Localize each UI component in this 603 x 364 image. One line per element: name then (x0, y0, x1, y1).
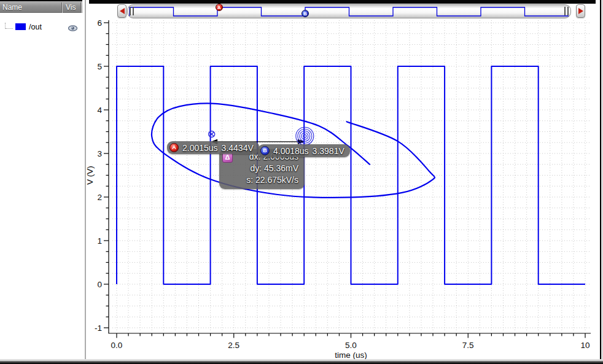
svg-text:5: 5 (97, 62, 102, 71)
signal-sidebar: Name Vis /out (0, 0, 82, 364)
overview-scroll-right-button[interactable] (576, 4, 585, 18)
overview-resize-handle-left[interactable] (130, 7, 134, 15)
svg-text:0.0: 0.0 (111, 341, 123, 350)
svg-text:10: 10 (580, 341, 589, 350)
svg-text:6: 6 (97, 18, 102, 28)
svg-text:3: 3 (97, 149, 102, 158)
marker-a-value: 3.4434V (222, 143, 254, 153)
delta-dy: dy: 45.36mV (222, 163, 298, 174)
waveform-viewer-window: { "sidebar": { "header": { "name": "Name… (0, 0, 603, 364)
svg-text:5.0: 5.0 (345, 341, 357, 350)
overview-marker-a-badge[interactable]: A (216, 4, 223, 11)
svg-text:-1: -1 (95, 323, 102, 333)
overview-scroll-left-button[interactable] (117, 4, 126, 18)
x-axis-title: time (us) (335, 350, 367, 360)
marker-a-time: 2.0015us (182, 143, 218, 153)
marker-b-badge-icon: B (260, 146, 270, 155)
column-header-vis[interactable]: Vis (66, 2, 76, 14)
column-header-name[interactable]: Name (2, 2, 22, 14)
visibility-eye-icon[interactable] (68, 25, 78, 32)
marker-a-badge-icon: A (169, 143, 179, 152)
overview-marker-b-badge[interactable]: B (302, 10, 309, 17)
marker-a-label[interactable]: A 2.0015us 3.4434V (167, 141, 259, 154)
sidebar-header: Name Vis (0, 0, 82, 13)
signal-name[interactable]: /out (29, 23, 42, 31)
svg-text:7.5: 7.5 (462, 341, 474, 350)
svg-text:0: 0 (97, 280, 102, 289)
axis-tick-labels: -101234560.02.55.07.510 (95, 18, 590, 350)
column-divider[interactable] (61, 2, 62, 13)
svg-text:1: 1 (97, 236, 102, 246)
axes (104, 20, 591, 338)
trace-color-swatch (15, 23, 26, 30)
marker-a-point (209, 131, 215, 137)
overview-scrollbar-thumb[interactable] (127, 4, 571, 18)
svg-text:4: 4 (97, 106, 102, 115)
window-right-edge (600, 0, 603, 364)
left-arrow-icon (120, 8, 125, 14)
tree-branch-glyph (6, 28, 13, 29)
right-arrow-icon (578, 8, 583, 14)
svg-text:2: 2 (97, 193, 102, 202)
overview-resize-handle-right[interactable] (564, 7, 569, 15)
y-axis-title: V (V) (85, 166, 95, 185)
marker-b-value: 3.3981V (313, 146, 344, 156)
marker-b-point (296, 127, 314, 145)
window-bottom-edge (0, 359, 603, 364)
delta-slope: s: 22.675kV/s (222, 174, 298, 186)
column-divider[interactable] (80, 2, 81, 13)
svg-text:2.5: 2.5 (228, 341, 239, 350)
overview-mini-waveform (128, 5, 570, 18)
marker-b-time: 4.0018us (273, 146, 309, 156)
panel-splitter[interactable] (85, 0, 86, 360)
marker-b-label[interactable]: B 4.0018us 3.3981V (258, 144, 350, 157)
